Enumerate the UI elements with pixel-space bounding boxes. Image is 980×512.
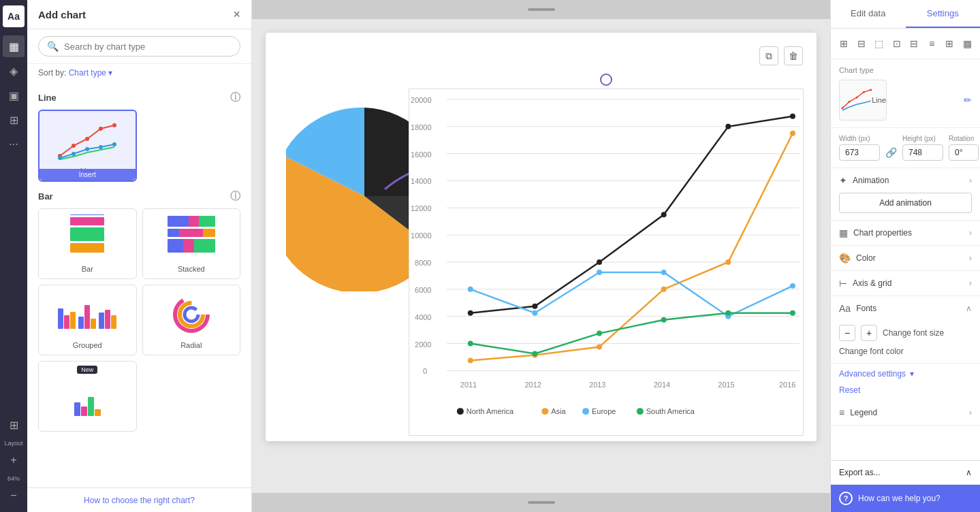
layers2-icon[interactable]: ⊟ xyxy=(854,34,869,53)
svg-point-64 xyxy=(725,310,731,316)
search-input-wrap[interactable]: 🔍 xyxy=(38,36,240,57)
color-accordion-header[interactable]: 🎨 Color › xyxy=(831,246,980,270)
export-label: Export as... xyxy=(839,468,881,477)
search-bar: 🔍 xyxy=(27,29,251,64)
copy-button[interactable]: ⧉ xyxy=(759,46,778,65)
section-bar-info[interactable]: ⓘ xyxy=(230,190,240,203)
fonts-label: Fonts xyxy=(856,304,876,313)
chart-card-grouped[interactable]: Grouped xyxy=(38,285,137,355)
fonts-chevron: ∧ xyxy=(966,304,972,313)
fonts-accordion-header[interactable]: Aa Fonts ∧ xyxy=(831,296,980,321)
chart-properties-left: ▦ Chart properties xyxy=(839,227,912,238)
help-bar[interactable]: ? How can we help you? xyxy=(831,485,980,512)
dimensions-row: Width (px) 🔗 Height (px) Rotation xyxy=(839,135,972,161)
line-chart-container: 20000 18000 16000 14000 12000 10000 8000… xyxy=(409,74,803,438)
layers-icon[interactable]: ⊞ xyxy=(836,34,851,53)
edit-chart-icon[interactable]: ✏ xyxy=(964,95,972,106)
svg-text:2000: 2000 xyxy=(415,340,431,349)
height-field: Height (px) xyxy=(902,135,943,161)
close-button[interactable]: × xyxy=(233,8,240,20)
sidebar-item-charts[interactable]: ▦ xyxy=(3,35,25,57)
chart-card-line[interactable]: Line Insert xyxy=(38,110,137,182)
legend-accordion-header[interactable]: ≡ Legend › xyxy=(831,400,980,425)
animation-accordion-left: ✦ Animation xyxy=(839,175,889,186)
help-link[interactable]: How to choose the right chart? xyxy=(84,496,195,505)
animation-accordion-header[interactable]: ✦ Animation › xyxy=(831,168,980,193)
chart-card-radial[interactable]: Radial xyxy=(142,285,241,355)
bar-chart-img xyxy=(44,214,131,262)
svg-point-65 xyxy=(790,310,795,316)
color-accordion: 🎨 Color › xyxy=(831,246,980,271)
link-dimensions-icon[interactable]: 🔗 xyxy=(885,147,897,161)
align-right-icon[interactable]: ⊞ xyxy=(942,34,957,53)
sidebar-item-components[interactable]: ⊞ xyxy=(3,109,25,131)
rotation-input[interactable] xyxy=(949,144,979,161)
svg-text:Europe: Europe xyxy=(592,407,616,415)
layout-button[interactable]: ⊞ xyxy=(3,414,25,436)
section-line-info[interactable]: ⓘ xyxy=(230,91,240,104)
svg-point-50 xyxy=(597,345,602,350)
drag-handle-bottom xyxy=(528,501,555,504)
export-chevron-icon: ∧ xyxy=(966,468,972,477)
line-grid: Line Insert xyxy=(38,110,240,182)
font-size-row: − + Change font size xyxy=(839,325,972,341)
add-button[interactable]: + xyxy=(3,449,25,471)
svg-text:12000: 12000 xyxy=(411,204,431,212)
dimensions-section: Width (px) 🔗 Height (px) Rotation xyxy=(831,128,980,168)
chart-properties-header[interactable]: ▦ Chart properties › xyxy=(831,221,980,245)
svg-point-74 xyxy=(841,107,843,109)
rotation-label: Rotation xyxy=(949,135,979,142)
font-size-increase[interactable]: + xyxy=(861,325,877,341)
svg-text:2015: 2015 xyxy=(718,381,734,389)
expand-icon[interactable]: ⊟ xyxy=(907,34,922,53)
svg-text:8000: 8000 xyxy=(415,259,431,267)
help-label: How can we help you? xyxy=(858,494,941,503)
app-logo[interactable]: Aa xyxy=(3,5,25,27)
legend-accordion-left: ≡ Legend xyxy=(839,407,877,418)
add-animation-button[interactable]: Add animation xyxy=(839,193,972,213)
width-input[interactable] xyxy=(839,144,880,161)
canvas-toolbar: ⧉ 🗑 xyxy=(759,46,803,65)
delete-button[interactable]: 🗑 xyxy=(784,46,803,65)
font-size-decrease[interactable]: − xyxy=(839,325,855,341)
canvas-container[interactable]: ⧉ 🗑 Fantasy 33.87%% xyxy=(252,19,830,493)
svg-point-66 xyxy=(457,408,464,415)
svg-text:2012: 2012 xyxy=(524,381,541,389)
frame-icon[interactable]: ⬚ xyxy=(872,34,887,53)
section-bar: Bar ⓘ xyxy=(38,190,240,203)
minus-button[interactable]: − xyxy=(3,485,25,507)
canvas-top-bar xyxy=(252,0,830,19)
svg-point-48 xyxy=(468,357,473,363)
sort-value[interactable]: Chart type ▾ xyxy=(69,68,113,78)
sidebar-item-bookmark[interactable]: ◈ xyxy=(3,60,25,82)
chart-card-new[interactable]: New xyxy=(38,361,137,432)
svg-text:6000: 6000 xyxy=(415,286,431,294)
reset-row[interactable]: Reset xyxy=(831,384,980,400)
chart-card-stacked[interactable]: Stacked xyxy=(142,208,241,279)
chart-icon[interactable]: ▦ xyxy=(960,34,975,53)
advanced-settings-row[interactable]: Advanced settings ▾ xyxy=(831,364,980,384)
help-icon: ? xyxy=(839,492,853,505)
chart-card-bar[interactable]: Bar xyxy=(38,208,137,279)
tab-edit-data[interactable]: Edit data xyxy=(831,0,906,28)
svg-text:Asia: Asia xyxy=(551,407,566,415)
svg-text:16000: 16000 xyxy=(411,150,431,159)
chart-thumbnail: Line xyxy=(839,80,887,121)
axis-grid-chevron: › xyxy=(969,278,972,288)
align-center-icon[interactable]: ≡ xyxy=(924,34,939,53)
export-bar[interactable]: Export as... ∧ xyxy=(831,461,980,485)
stacked-chart-img xyxy=(148,214,235,262)
tab-settings[interactable]: Settings xyxy=(906,0,981,28)
color-chevron: › xyxy=(969,253,972,263)
svg-point-60 xyxy=(468,341,473,347)
sidebar-item-image[interactable]: ▣ xyxy=(3,84,25,106)
axis-grid-icon: ⊢ xyxy=(839,278,847,289)
axis-grid-header[interactable]: ⊢ Axis & grid › xyxy=(831,271,980,295)
crop-icon[interactable]: ⊡ xyxy=(889,34,904,53)
settings-footer: Export as... ∧ ? How can we help you? xyxy=(831,460,980,512)
search-input[interactable] xyxy=(64,42,232,52)
sidebar-item-more[interactable]: ··· xyxy=(3,133,25,155)
reset-label: Reset xyxy=(839,385,860,395)
canvas-frame: ⧉ 🗑 Fantasy 33.87%% xyxy=(266,33,817,441)
height-input[interactable] xyxy=(902,144,943,161)
